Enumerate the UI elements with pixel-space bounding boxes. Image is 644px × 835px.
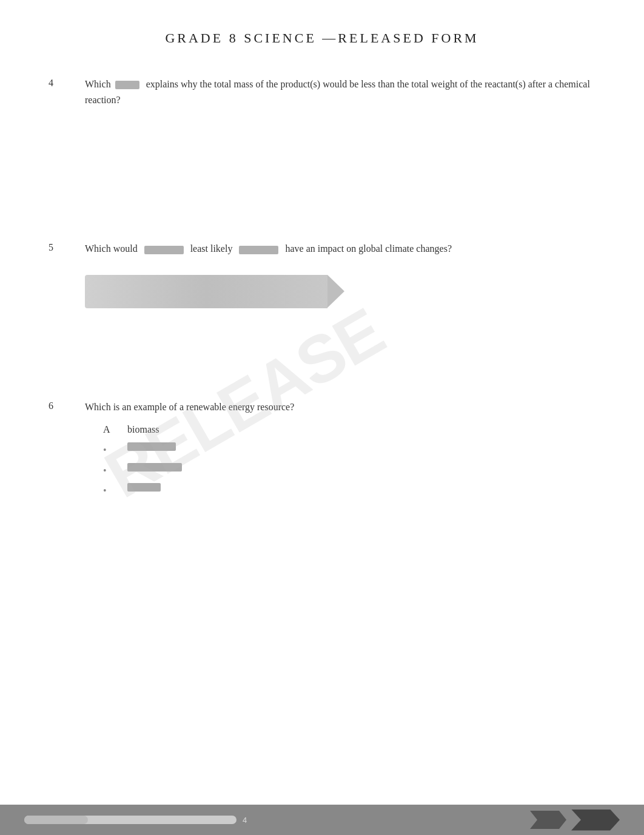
question-6-block: 6 Which is an example of a renewable ene… xyxy=(49,399,595,674)
page-header: Grade 8 Science —Released Form xyxy=(49,30,595,46)
question-4-content: Which explains why the total mass of the… xyxy=(85,76,595,217)
option-b-bullet-area: • xyxy=(103,442,127,458)
header-title: Grade 8 Science —Released Form xyxy=(165,30,478,46)
question-6-content: Which is an example of a renewable energ… xyxy=(85,399,595,674)
option-c-bullet: • xyxy=(103,463,107,479)
question-4-space xyxy=(85,107,595,217)
blank-2 xyxy=(239,246,278,254)
progress-bar-fill xyxy=(24,816,88,824)
bottom-page-label: 4 xyxy=(243,816,247,825)
question-5-block: 5 Which would least likely have an impac… xyxy=(49,241,595,375)
question-6-space xyxy=(85,504,595,674)
question-5-image-area xyxy=(85,275,595,308)
arrow-large[interactable] xyxy=(571,810,620,831)
option-a-letter: A xyxy=(103,422,127,438)
option-d-bullet-area: • xyxy=(103,483,127,499)
option-c-redacted xyxy=(127,463,182,472)
question-5-text: Which would least likely have an impact … xyxy=(85,241,595,257)
question-5-space xyxy=(85,314,595,375)
option-b-redacted xyxy=(127,442,176,451)
option-b[interactable]: • xyxy=(103,442,595,458)
option-b-bullet: • xyxy=(103,442,107,458)
question-5-content: Which would least likely have an impact … xyxy=(85,241,595,375)
option-c-bullet-area: • xyxy=(103,463,127,479)
option-d-bullet: • xyxy=(103,483,107,499)
blank-best xyxy=(115,81,139,89)
question-4-number: 4 xyxy=(49,76,85,217)
option-c[interactable]: • xyxy=(103,463,595,479)
chart-bar xyxy=(85,275,327,308)
question-6-text: Which is an example of a renewable energ… xyxy=(85,399,595,415)
bottom-bar: 4 xyxy=(0,805,644,835)
option-d-redacted xyxy=(127,483,161,492)
option-d[interactable]: • xyxy=(103,483,595,499)
progress-bar-container xyxy=(24,816,236,824)
question-4-text: Which explains why the total mass of the… xyxy=(85,76,595,107)
option-a[interactable]: A biomass xyxy=(103,422,595,438)
bottom-right-arrows xyxy=(530,810,620,831)
question-5-number: 5 xyxy=(49,241,85,375)
image-container xyxy=(85,275,595,308)
chart-arrow xyxy=(327,275,344,308)
bottom-bar-left: 4 xyxy=(24,816,247,825)
arrow-small[interactable] xyxy=(530,811,566,829)
answer-options-6: A biomass • • xyxy=(85,422,595,498)
question-6-number: 6 xyxy=(49,399,85,674)
question-4-block: 4 Which explains why the total mass of t… xyxy=(49,76,595,217)
page: Grade 8 Science —Released Form 4 Which e… xyxy=(0,0,644,835)
blank-least-likely xyxy=(144,246,184,254)
option-a-text: biomass xyxy=(127,422,159,438)
